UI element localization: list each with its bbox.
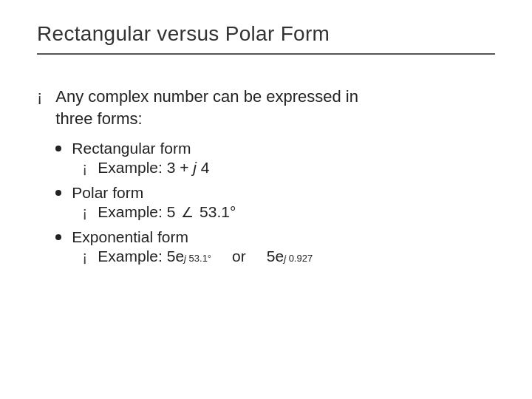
forms-list: Rectangular form ¡ Example: 3 + j 4 Pola… [55,140,358,273]
polar-form-text: Polar form [72,184,143,202]
list-item-rectangular: Rectangular form ¡ Example: 3 + j 4 [55,140,358,180]
exponential-form-text: Exponential form [72,228,188,246]
polar-label: Polar form [55,184,358,202]
rectangular-example-text: Example: 3 + j 4 [98,159,209,177]
exp-second: 5ej 0.927 [267,248,313,265]
bullet-l1-rectangular [55,146,61,151]
angle-symbol: ∠ [181,205,194,220]
main-bullet-icon: ¡ [37,87,42,106]
slide: Rectangular versus Polar Form ¡ Any comp… [0,0,532,399]
list-item-exponential: Exponential form ¡ Example: 5ej 53.1° or… [55,228,358,268]
content-area: ¡ Any complex number can be expressed in… [37,86,495,273]
main-text-block: Any complex number can be expressed in t… [55,86,358,273]
bullet-l2-polar: ¡ [82,203,87,221]
exponential-example-text: Example: 5ej 53.1° or 5ej 0.927 [98,248,313,265]
exponential-example: ¡ Example: 5ej 53.1° or 5ej 0.927 [82,248,358,265]
intro-line2: three forms: [55,109,142,128]
rectangular-example: ¡ Example: 3 + j 4 [82,159,358,177]
page-title: Rectangular versus Polar Form [37,22,495,46]
polar-example-text: Example: 5 ∠ 53.1° [98,203,236,221]
bullet-l2-rectangular: ¡ [82,159,87,177]
intro-line1: Any complex number can be expressed in [55,87,358,106]
intro-text: Any complex number can be expressed in t… [55,86,358,129]
sup-first: j 53.1° [184,253,211,264]
or-text: or [232,248,246,265]
title-section: Rectangular versus Polar Form [37,22,495,55]
bullet-l1-exponential [55,234,61,240]
rectangular-label: Rectangular form [55,140,358,157]
bullet-l1-polar [55,190,61,196]
polar-example: ¡ Example: 5 ∠ 53.1° [82,203,358,221]
list-item-polar: Polar form ¡ Example: 5 ∠ 53.1° [55,184,358,224]
sup-second: j 0.927 [284,253,313,264]
exponential-label: Exponential form [55,228,358,246]
exp-first: Example: 5ej 53.1° [98,248,211,265]
bullet-l2-exponential: ¡ [82,248,87,265]
rectangular-form-text: Rectangular form [72,140,191,157]
title-divider [37,53,495,55]
